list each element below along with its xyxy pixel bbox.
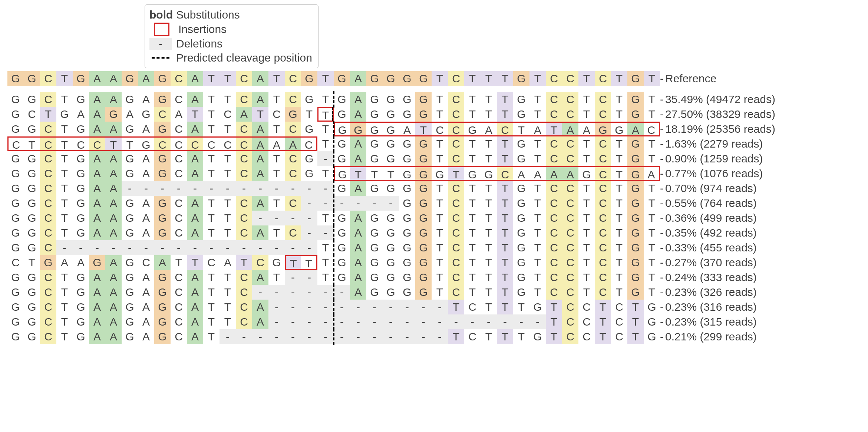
base-cell-T: T bbox=[122, 136, 138, 151]
deletion-cell: - bbox=[268, 240, 285, 255]
deletion-cell: - bbox=[317, 196, 334, 211]
base-cell-T: T bbox=[203, 92, 220, 107]
base-cell-C: C bbox=[578, 329, 595, 344]
base-cell-T: T bbox=[464, 181, 481, 196]
base-cell-G: G bbox=[122, 329, 138, 344]
allele-label: 0.24% (333 reads) bbox=[664, 270, 757, 285]
base-cell-C: C bbox=[562, 314, 578, 329]
base-cell-C: C bbox=[546, 136, 562, 151]
base-cell-A: A bbox=[187, 92, 203, 107]
base-cell-C: C bbox=[40, 196, 56, 211]
base-cell-G: G bbox=[7, 314, 24, 329]
base-cell-G: G bbox=[627, 71, 644, 86]
base-cell-G: G bbox=[122, 255, 138, 270]
base-cell-G: G bbox=[7, 329, 24, 344]
base-cell-C: C bbox=[562, 92, 578, 107]
base-cell-A: A bbox=[252, 166, 268, 181]
base-cell-G: G bbox=[7, 92, 24, 107]
base-cell-G: G bbox=[415, 136, 432, 151]
base-cell-C: C bbox=[448, 240, 464, 255]
base-cell-G: G bbox=[366, 225, 383, 240]
base-cell-T: T bbox=[203, 314, 220, 329]
base-cell-T: T bbox=[432, 285, 448, 300]
base-cell-G: G bbox=[383, 151, 399, 166]
base-cell-T: T bbox=[595, 300, 611, 314]
deletion-cell: - bbox=[366, 300, 383, 314]
base-cell-T: T bbox=[220, 314, 236, 329]
base-cell-A: A bbox=[187, 285, 203, 300]
base-cell-A: A bbox=[138, 196, 154, 211]
base-cell-T: T bbox=[56, 270, 73, 285]
base-cell-A: A bbox=[578, 122, 595, 136]
base-cell-T: T bbox=[546, 329, 562, 344]
base-cell-G: G bbox=[399, 285, 415, 300]
base-cell-G: G bbox=[7, 151, 24, 166]
base-cell-C: C bbox=[448, 181, 464, 196]
base-cell-G: G bbox=[24, 151, 40, 166]
base-cell-C: C bbox=[236, 151, 252, 166]
base-cell-C: C bbox=[562, 300, 578, 314]
deletion-cell: - bbox=[301, 300, 317, 314]
base-cell-C: C bbox=[448, 122, 464, 136]
allele-label: 0.33% (455 reads) bbox=[664, 240, 757, 255]
deletion-cell: - bbox=[432, 329, 448, 344]
base-cell-T: T bbox=[317, 107, 334, 122]
base-cell-T: T bbox=[497, 181, 513, 196]
deletion-cell: - bbox=[481, 314, 497, 329]
base-cell-T: T bbox=[627, 314, 644, 329]
base-cell-T: T bbox=[432, 107, 448, 122]
base-cell-T: T bbox=[578, 136, 595, 151]
base-cell-G: G bbox=[627, 285, 644, 300]
base-cell-A: A bbox=[285, 136, 301, 151]
base-cell-T: T bbox=[611, 181, 627, 196]
base-cell-G: G bbox=[7, 196, 24, 211]
base-cell-A: A bbox=[105, 181, 122, 196]
base-cell-C: C bbox=[562, 151, 578, 166]
base-cell-A: A bbox=[350, 107, 366, 122]
deletion-cell: - bbox=[513, 314, 529, 329]
base-cell-T: T bbox=[644, 92, 660, 107]
base-cell-G: G bbox=[464, 166, 481, 181]
base-cell-T: T bbox=[464, 255, 481, 270]
base-cell-T: T bbox=[481, 211, 497, 225]
base-cell-A: A bbox=[187, 196, 203, 211]
deletion-cell: - bbox=[317, 181, 334, 196]
base-cell-G: G bbox=[611, 122, 627, 136]
base-cell-A: A bbox=[89, 211, 105, 225]
base-cell-G: G bbox=[513, 196, 529, 211]
row-tick: - bbox=[660, 181, 664, 196]
base-cell-T: T bbox=[432, 225, 448, 240]
base-cell-C: C bbox=[562, 270, 578, 285]
base-cell-C: C bbox=[611, 300, 627, 314]
deletion-cell: - bbox=[399, 329, 415, 344]
base-cell-C: C bbox=[40, 240, 56, 255]
deletion-cell: - bbox=[236, 181, 252, 196]
base-cell-A: A bbox=[546, 166, 562, 181]
deletion-cell: - bbox=[350, 196, 366, 211]
deletion-cell: - bbox=[138, 240, 154, 255]
base-cell-T: T bbox=[317, 92, 334, 107]
base-cell-T: T bbox=[611, 107, 627, 122]
base-cell-T: T bbox=[578, 92, 595, 107]
deletion-cell: - bbox=[415, 300, 432, 314]
base-cell-T: T bbox=[611, 166, 627, 181]
base-cell-G: G bbox=[334, 122, 350, 136]
base-cell-T: T bbox=[415, 122, 432, 136]
base-cell-T: T bbox=[56, 181, 73, 196]
base-cell-A: A bbox=[350, 240, 366, 255]
base-cell-G: G bbox=[513, 151, 529, 166]
base-cell-C: C bbox=[546, 270, 562, 285]
base-cell-C: C bbox=[448, 71, 464, 86]
base-cell-C: C bbox=[40, 270, 56, 285]
base-cell-T: T bbox=[481, 92, 497, 107]
deletion-cell: - bbox=[285, 314, 301, 329]
base-cell-G: G bbox=[122, 166, 138, 181]
base-cell-G: G bbox=[513, 211, 529, 225]
base-cell-T: T bbox=[644, 270, 660, 285]
base-cell-T: T bbox=[220, 166, 236, 181]
base-cell-T: T bbox=[611, 270, 627, 285]
base-cell-T: T bbox=[317, 211, 334, 225]
base-cell-T: T bbox=[268, 270, 285, 285]
base-cell-G: G bbox=[334, 92, 350, 107]
base-cell-A: A bbox=[105, 196, 122, 211]
